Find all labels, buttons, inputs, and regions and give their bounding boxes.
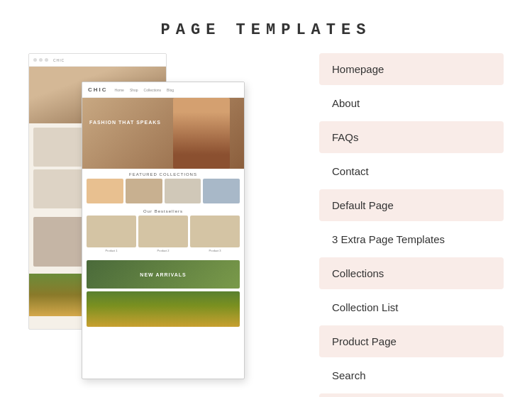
- nav-item-about[interactable]: About: [319, 87, 504, 119]
- front-logo: CHIC: [88, 86, 108, 93]
- coll-item-3: [165, 179, 201, 203]
- front-header: CHIC Home Shop Collections Blog: [82, 82, 244, 98]
- front-sunflower: [87, 291, 240, 327]
- coll-item-4: [203, 179, 240, 203]
- best-item-3: [190, 216, 240, 247]
- nav-list: HomepageAboutFAQsContactDefault Page3 Ex…: [319, 53, 504, 397]
- back-header: CHIC: [29, 54, 166, 67]
- nav-item-product-page[interactable]: Product Page: [319, 325, 504, 357]
- nav-item-contact[interactable]: Contact: [319, 155, 504, 187]
- best-col-3: Product 3: [190, 216, 240, 254]
- best-item-2: [138, 216, 188, 247]
- screenshot-front: CHIC Home Shop Collections Blog FASHION …: [82, 82, 245, 379]
- best-item-1: [87, 216, 136, 247]
- front-bestsellers-title: Our Bestsellers: [82, 207, 244, 216]
- back-logo: CHIC: [53, 58, 65, 62]
- nav-item-faqs[interactable]: FAQs: [319, 121, 504, 153]
- nav-item-extra-templates[interactable]: 3 Extra Page Templates: [319, 223, 504, 255]
- front-hero: FASHION THAT SPEAKS: [82, 98, 244, 169]
- front-collections-grid: [82, 179, 244, 207]
- nav-item-search[interactable]: Search: [319, 359, 504, 391]
- best-label-1: Product 1: [87, 247, 136, 254]
- best-col-1: Product 1: [87, 216, 136, 254]
- nav-item-default-page[interactable]: Default Page: [319, 189, 504, 221]
- front-collections-title: FEATURED COLLECTIONS: [82, 169, 244, 179]
- coll-item-1: [87, 179, 123, 203]
- nav-item-collection-list[interactable]: Collection List: [319, 291, 504, 323]
- mockup-area: CHIC CHIC Home Shop Collec: [28, 53, 305, 379]
- front-banner-text: NEW ARRIVALS: [140, 272, 186, 277]
- front-bestsellers-grid: Product 1 Product 2 Product 3: [82, 216, 244, 257]
- best-col-2: Product 2: [138, 216, 188, 254]
- best-label-3: Product 3: [190, 247, 240, 254]
- nav-item-homepage[interactable]: Homepage: [319, 53, 504, 85]
- front-banner: NEW ARRIVALS: [87, 260, 240, 289]
- nav-item-collections[interactable]: Collections: [319, 257, 504, 289]
- best-label-2: Product 2: [138, 247, 188, 254]
- main-content: CHIC CHIC Home Shop Collec: [0, 53, 532, 397]
- coll-item-2: [126, 179, 162, 203]
- front-hero-text: FASHION THAT SPEAKS: [89, 119, 161, 126]
- nav-item-404[interactable]: 404: [319, 393, 504, 397]
- front-hero-person: [173, 98, 230, 169]
- page-title: PAGE TEMPLATES: [161, 21, 372, 39]
